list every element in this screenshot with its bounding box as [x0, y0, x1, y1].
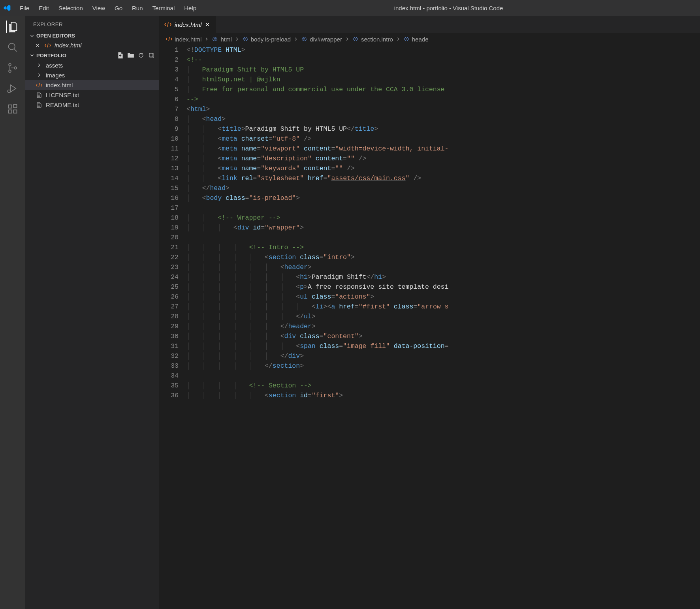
code-line[interactable]: │ │ │ <div id="wrapper">	[186, 223, 700, 233]
svg-point-3	[9, 70, 11, 72]
menu-selection[interactable]: Selection	[55, 2, 87, 14]
menu-file[interactable]: File	[16, 2, 33, 14]
vscode-logo-icon	[3, 4, 16, 12]
code-line[interactable]: │ │ <meta name="keywords" content="" />	[186, 164, 700, 173]
new-file-icon[interactable]	[117, 52, 124, 59]
tree-item-images[interactable]: images	[25, 70, 159, 80]
tree-item-assets[interactable]: assets	[25, 60, 159, 70]
code-line[interactable]: │ │ │ │ <!-- Section -->	[186, 381, 700, 391]
code-line[interactable]: │ │ │ │ │ </section>	[186, 361, 700, 371]
code-line[interactable]: │ │ │ │ │ │ │ <p>A free responsive site …	[186, 282, 700, 292]
code-line[interactable]: │ │ <meta name="description" content="" …	[186, 154, 700, 164]
code-line[interactable]: │ │ │ │ │ │ │ <h1>Paradigm Shift</h1>	[186, 272, 700, 282]
line-number: 33	[159, 361, 179, 371]
line-number: 36	[159, 391, 179, 400]
brackets-icon	[212, 36, 218, 42]
code-line[interactable]: │ │ <meta charset="utf-8" />	[186, 134, 700, 144]
code-line[interactable]: │ │ │ │ <!-- Intro -->	[186, 242, 700, 252]
breadcrumb-item[interactable]: section.intro	[352, 36, 393, 43]
menu-view[interactable]: View	[88, 2, 109, 14]
code-line[interactable]: <!DOCTYPE HTML>	[186, 45, 700, 55]
tree-item-LICENSE-txt[interactable]: LICENSE.txt	[25, 90, 159, 100]
new-folder-icon[interactable]	[127, 52, 134, 59]
line-number-gutter: 1234567891011121314151617181920212223242…	[159, 45, 186, 609]
code-line[interactable]	[186, 233, 700, 242]
explorer-activity-icon[interactable]	[6, 21, 19, 33]
code-line[interactable]: │ │ │ │ │ │ </div>	[186, 351, 700, 361]
code-line[interactable]: │ <body class="is-preload">	[186, 193, 700, 203]
close-icon[interactable]	[34, 43, 41, 48]
code-line[interactable]: │ │ <title>Paradigm Shift by HTML5 UP</t…	[186, 124, 700, 134]
sidebar: EXPLORER OPEN EDITORS index.html PORTFOL…	[25, 16, 159, 609]
line-number: 4	[159, 75, 179, 85]
breadcrumb-item[interactable]: body.is-preload	[242, 36, 291, 43]
breadcrumb-item[interactable]: html	[212, 36, 231, 43]
html-file-icon	[164, 21, 171, 28]
line-number: 28	[159, 312, 179, 321]
code-line[interactable]: │ </head>	[186, 183, 700, 193]
code-line[interactable]: │ │ │ │ │ │ │ </ul>	[186, 312, 700, 321]
code-line[interactable]: │ html5up.net | @ajlkn	[186, 75, 700, 85]
code-line[interactable]: │ Paradigm Shift by HTML5 UP	[186, 65, 700, 75]
code-line[interactable]: │ │ <meta name="viewport" content="width…	[186, 144, 700, 154]
folder-icon	[36, 73, 43, 78]
code-line[interactable]: │ │ │ │ │ <section id="first">	[186, 391, 700, 400]
code-line[interactable]: │ Free for personal and commercial use u…	[186, 85, 700, 94]
code-line[interactable]: -->	[186, 94, 700, 104]
line-number: 25	[159, 282, 179, 292]
close-icon[interactable]	[205, 22, 210, 27]
code-line[interactable]: │ │ │ │ │ │ │ <span class="image fill" d…	[186, 341, 700, 351]
breadcrumb-item[interactable]: index.html	[166, 36, 201, 43]
breadcrumb-item[interactable]: div#wrapper	[301, 36, 342, 43]
brackets-icon	[242, 36, 248, 42]
code-line[interactable]: │ │ │ │ │ │ │ <ul class="actions">	[186, 292, 700, 302]
code-line[interactable]: │ │ │ │ │ │ │ │ <li><a href="#first" cla…	[186, 302, 700, 312]
line-number: 1	[159, 45, 179, 55]
workspace-label: PORTFOLIO	[36, 53, 66, 58]
code-line[interactable]: <!--	[186, 55, 700, 65]
collapse-all-icon[interactable]	[148, 52, 155, 59]
html-icon	[166, 36, 172, 42]
code-line[interactable]	[186, 371, 700, 381]
tab-index-html[interactable]: index.html	[159, 16, 216, 33]
code-line[interactable]	[186, 203, 700, 213]
open-editors-header[interactable]: OPEN EDITORS	[25, 31, 159, 40]
line-number: 11	[159, 144, 179, 154]
menu-go[interactable]: Go	[111, 2, 126, 14]
code-line[interactable]: │ │ <link rel="stylesheet" href="assets/…	[186, 173, 700, 183]
code-line[interactable]: │ <head>	[186, 114, 700, 124]
workspace-header[interactable]: PORTFOLIO	[25, 50, 159, 60]
refresh-icon[interactable]	[137, 52, 145, 59]
menu-help[interactable]: Help	[180, 2, 200, 14]
line-number: 26	[159, 292, 179, 302]
code-area[interactable]: 1234567891011121314151617181920212223242…	[159, 45, 700, 609]
breadcrumb-item[interactable]: heade	[403, 36, 429, 43]
breadcrumbs[interactable]: index.htmlhtmlbody.is-preloaddiv#wrapper…	[159, 33, 700, 45]
code-line[interactable]: │ │ │ │ │ │ <header>	[186, 262, 700, 272]
menu-run[interactable]: Run	[128, 2, 147, 14]
tab-bar: index.html	[159, 16, 700, 33]
menu-terminal[interactable]: Terminal	[149, 2, 179, 14]
search-activity-icon[interactable]	[6, 41, 19, 54]
tree-item-index-html[interactable]: index.html	[25, 80, 159, 90]
code-line[interactable]: │ │ <!-- Wrapper -->	[186, 213, 700, 223]
code-line[interactable]: │ │ │ │ │ <section class="intro">	[186, 252, 700, 262]
menu-edit[interactable]: Edit	[35, 2, 53, 14]
file-html-icon	[36, 82, 43, 88]
line-number: 32	[159, 351, 179, 361]
line-number: 9	[159, 124, 179, 134]
debug-activity-icon[interactable]	[6, 82, 19, 95]
line-number: 27	[159, 302, 179, 312]
code-line[interactable]: │ │ │ │ │ │ </header>	[186, 321, 700, 331]
extensions-activity-icon[interactable]	[6, 103, 19, 115]
line-number: 7	[159, 104, 179, 114]
tree-item-README-txt[interactable]: README.txt	[25, 100, 159, 110]
code-content[interactable]: <!DOCTYPE HTML><!--│ Paradigm Shift by H…	[186, 45, 700, 609]
open-editor-item[interactable]: index.html	[25, 40, 159, 50]
code-line[interactable]: │ │ │ │ │ │ <div class="content">	[186, 331, 700, 341]
code-line[interactable]: <html>	[186, 104, 700, 114]
titlebar: FileEditSelectionViewGoRunTerminalHelp i…	[0, 0, 700, 16]
line-number: 12	[159, 154, 179, 164]
svg-point-2	[9, 64, 11, 66]
source-control-activity-icon[interactable]	[6, 62, 19, 74]
